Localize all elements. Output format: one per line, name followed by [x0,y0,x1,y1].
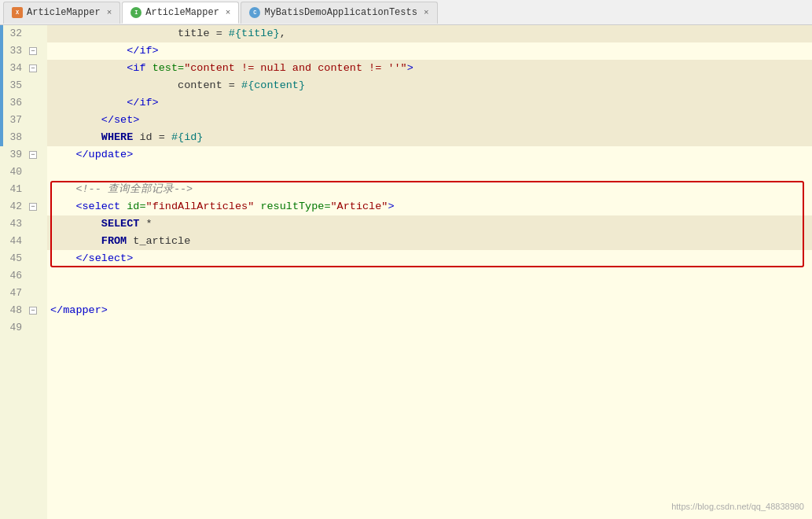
line-number: 37 [3,112,27,129]
tab-close-3[interactable]: × [424,8,429,17]
code-line: </mapper> [47,302,812,319]
watermark: https://blog.csdn.net/qq_48838980 [671,502,804,511]
tab-label-2: ArticleMapper [145,7,219,18]
tab-label-3: MyBatisDemoApplicationTests [264,7,417,18]
line-number: 42 [3,198,27,215]
fold-icon[interactable]: − [29,151,37,159]
line-number: 40 [3,164,27,181]
line-number: 43 [3,215,27,233]
line-number: 44 [3,233,27,250]
code-content[interactable]: title = #{title}, </if> <if test="conten… [47,25,812,519]
line-number: 46 [3,267,27,285]
code-line: content = #{content} [47,77,812,94]
test-file-icon: C [249,7,260,18]
line-number: 34 [3,60,27,77]
fold-icon[interactable]: − [29,203,37,211]
editor-area: 3233−34−3536373839−404142−434445464748−4… [0,25,812,519]
code-line: <select id="findAllArticles" resultType=… [47,198,812,215]
line-number: 48 [3,302,27,319]
fold-icon[interactable]: − [29,47,37,55]
code-line [47,267,812,285]
line-number: 38 [3,129,27,146]
fold-icon[interactable]: − [29,307,37,315]
tab-label-1: ArticleMapper [27,7,101,18]
line-number: 49 [3,319,27,337]
code-line: </update> [47,146,812,164]
tab-close-2[interactable]: × [226,8,231,17]
code-line [47,319,812,337]
code-line: WHERE id = #{id} [47,129,812,146]
xml-file-icon: X [12,7,23,18]
line-number: 39 [3,146,27,164]
code-line: title = #{title}, [47,25,812,42]
tab-mybatis-tests[interactable]: C MyBatisDemoApplicationTests × [241,2,437,24]
code-line: <!-- 查询全部记录--> [47,181,812,198]
java-file-icon: I [130,7,141,18]
tab-close-1[interactable]: × [107,8,112,17]
line-number: 33 [3,42,27,60]
tab-article-mapper-java[interactable]: I ArticleMapper × [122,2,239,24]
line-number: 45 [3,250,27,267]
code-line: FROM t_article [47,233,812,250]
line-number: 32 [3,25,27,42]
code-line: <if test="content != null and content !=… [47,60,812,77]
line-number: 35 [3,77,27,94]
code-line [47,285,812,302]
line-number: 47 [3,285,27,302]
line-number: 36 [3,94,27,112]
line-number: 41 [3,181,27,198]
code-line: </select> [47,250,812,267]
line-gutter: 3233−34−3536373839−404142−434445464748−4… [0,25,47,519]
code-line: SELECT * [47,215,812,233]
code-line: </set> [47,112,812,129]
code-line: </if> [47,42,812,60]
tab-article-mapper-xml[interactable]: X ArticleMapper × [3,2,120,24]
tab-bar: X ArticleMapper × I ArticleMapper × C My… [0,0,812,25]
fold-icon[interactable]: − [29,64,37,72]
code-line [47,164,812,181]
code-line: </if> [47,94,812,112]
